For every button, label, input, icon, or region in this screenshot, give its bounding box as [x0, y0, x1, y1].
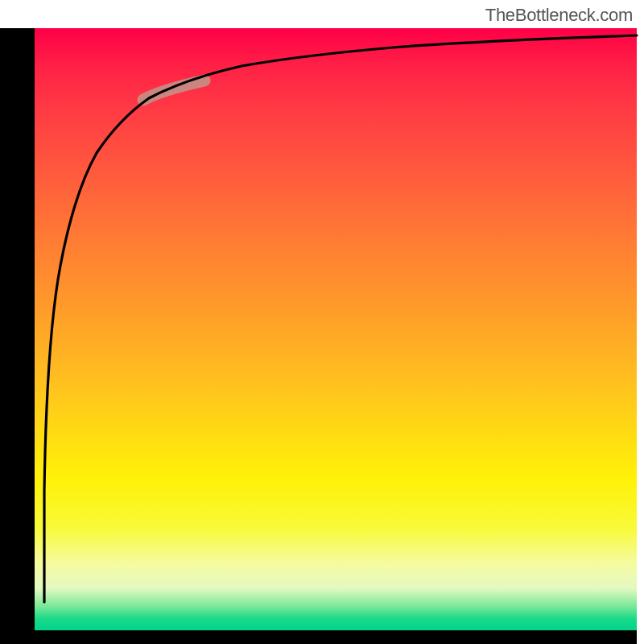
performance-curve — [44, 35, 637, 602]
chart-container — [0, 0, 644, 644]
chart-svg — [0, 0, 644, 644]
watermark-text: TheBottleneck.com — [485, 5, 633, 26]
